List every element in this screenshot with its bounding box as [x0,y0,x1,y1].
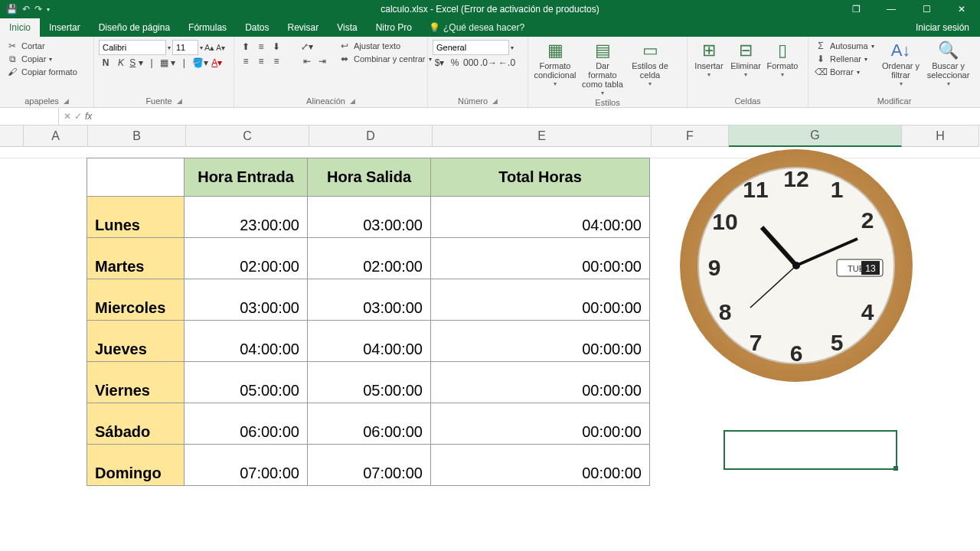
dialog-launcher-icon[interactable]: ◢ [492,97,498,105]
orientation-icon[interactable]: ⤢▾ [300,41,314,52]
cell-out[interactable]: 03:00:00 [308,279,431,321]
col-header-B[interactable]: B [88,126,186,147]
comma-format-icon[interactable]: 000 [463,57,479,68]
clock-image[interactable]: 1212 678 91011 54 TUE 13 [678,147,915,384]
qat-dropdown-icon[interactable]: ▾ [47,6,50,13]
cell-in[interactable]: 05:00:00 [185,362,308,403]
cell-in[interactable]: 03:00:00 [185,279,308,321]
cell-out[interactable]: 04:00:00 [308,321,431,362]
cell-in[interactable]: 04:00:00 [185,321,308,362]
tab-revisar[interactable]: Revisar [278,18,328,37]
align-middle-icon[interactable]: ≡ [254,41,268,52]
find-select-button[interactable]: 🔍Buscar y seleccionar▾ [926,38,971,96]
accounting-format-icon[interactable]: $▾ [433,57,446,68]
ribbon-display-icon[interactable]: ❐ [839,4,873,15]
cancel-formula-icon[interactable]: ✕ [64,111,71,122]
header-entrada[interactable]: Hora Entrada [185,158,308,197]
tab-insertar[interactable]: Insertar [40,18,90,37]
format-cells-button[interactable]: ▯Formato▾ [766,38,799,96]
enter-formula-icon[interactable]: ✓ [74,111,82,122]
copy-button[interactable]: ⧉Copiar ▾ [5,53,79,65]
cell-styles-button[interactable]: ▭Estilos de celda▾ [628,38,672,97]
cell-out[interactable]: 05:00:00 [308,362,431,403]
col-header-A[interactable]: A [24,126,88,147]
cut-button[interactable]: ✂Cortar [5,40,79,52]
decrease-indent-icon[interactable]: ⇤ [300,56,314,67]
conditional-formatting-button[interactable]: ▦Formato condicional▾ [533,38,577,97]
cell-day[interactable]: Domingo [87,445,185,486]
cell-out[interactable]: 07:00:00 [308,445,431,486]
cell-in[interactable]: 23:00:00 [185,197,308,238]
fx-icon[interactable]: fx [85,111,92,122]
col-header-C[interactable]: C [186,126,309,147]
align-bottom-icon[interactable]: ⬇ [270,41,283,52]
sort-filter-button[interactable]: A↓Ordenar y filtrar▾ [879,38,923,96]
align-center-icon[interactable]: ≡ [254,56,268,67]
save-icon[interactable]: 💾 [6,4,18,15]
cell-total[interactable]: 00:00:00 [431,362,650,403]
cell-out[interactable]: 03:00:00 [308,197,431,238]
wrap-text-button[interactable]: ↩Ajustar texto [337,40,433,52]
italic-button[interactable]: K [114,57,128,68]
col-header-G[interactable]: G [729,126,902,147]
format-painter-button[interactable]: 🖌Copiar formato [5,66,79,78]
active-cell[interactable] [724,430,897,470]
sign-in[interactable]: Iniciar sesión [905,18,980,37]
dialog-launcher-icon[interactable]: ◢ [64,97,69,105]
fill-color-button[interactable]: 🪣▾ [192,57,208,68]
decrease-decimal-icon[interactable]: ←.0 [498,57,515,68]
col-header-E[interactable]: E [433,126,652,147]
number-format-select[interactable] [433,40,509,55]
autosum-button[interactable]: ΣAutosuma ▾ [813,40,876,52]
clear-button[interactable]: ⌫Borrar ▾ [813,66,876,78]
cell-day[interactable]: Sábado [87,403,185,445]
tab-inicio[interactable]: Inicio [0,18,40,37]
tab-nitro[interactable]: Nitro Pro [367,18,421,37]
maximize-icon[interactable]: ☐ [910,4,943,15]
col-header-H[interactable]: H [902,126,979,147]
cell-day[interactable]: Lunes [87,197,185,238]
insert-cells-button[interactable]: ⊞Insertar▾ [692,38,726,96]
cell-total[interactable]: 00:00:00 [431,403,650,445]
undo-icon[interactable]: ↶ [22,4,30,15]
header-blank[interactable] [87,158,185,197]
cell-in[interactable]: 06:00:00 [185,403,308,445]
tell-me[interactable]: 💡 ¿Qué desea hacer? [421,18,532,37]
header-total[interactable]: Total Horas [431,158,650,197]
bold-button[interactable]: N [99,57,113,68]
fill-button[interactable]: ⬇Rellenar ▾ [813,53,876,65]
cell-day[interactable]: Jueves [87,321,185,362]
font-color-button[interactable]: A▾ [210,57,224,68]
dialog-launcher-icon[interactable]: ◢ [177,97,182,105]
tab-vista[interactable]: Vista [328,18,366,37]
cell-total[interactable]: 04:00:00 [431,197,650,238]
font-name-input[interactable] [99,40,166,55]
cell-out[interactable]: 06:00:00 [308,403,431,445]
fill-handle[interactable] [893,466,898,471]
cell-in[interactable]: 07:00:00 [185,445,308,486]
tab-formulas[interactable]: Fórmulas [179,18,236,37]
cell-total[interactable]: 00:00:00 [431,238,650,279]
col-header-D[interactable]: D [309,126,433,147]
cell-total[interactable]: 00:00:00 [431,279,650,321]
cell-out[interactable]: 02:00:00 [308,238,431,279]
underline-button[interactable]: S ▾ [129,57,143,68]
cell-day[interactable]: Miercoles [87,279,185,321]
increase-font-icon[interactable]: A▴ [204,43,214,53]
spreadsheet-grid[interactable]: ABCDEFGH Hora Entrada Hora Salida Total … [0,126,980,551]
header-salida[interactable]: Hora Salida [308,158,431,197]
cell-total[interactable]: 00:00:00 [431,321,650,362]
font-size-input[interactable] [172,40,198,55]
close-icon[interactable]: ✕ [945,4,978,15]
merge-center-button[interactable]: ⬌Combinar y centrar ▾ [337,53,433,65]
cell-day[interactable]: Martes [87,238,185,279]
name-box[interactable] [0,108,59,125]
tab-diseno[interactable]: Diseño de página [90,18,179,37]
cell-day[interactable]: Viernes [87,362,185,403]
redo-icon[interactable]: ↷ [34,4,42,15]
decrease-font-icon[interactable]: A▾ [216,44,225,52]
col-header-F[interactable]: F [652,126,729,147]
tab-datos[interactable]: Datos [236,18,278,37]
align-right-icon[interactable]: ≡ [270,56,283,67]
align-top-icon[interactable]: ⬆ [239,41,253,52]
